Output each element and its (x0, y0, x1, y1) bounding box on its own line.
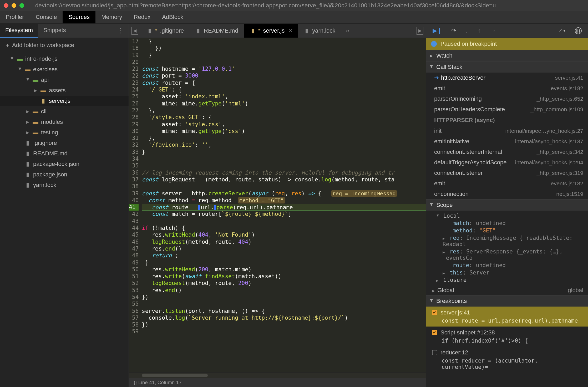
scope-var-this[interactable]: ▶ this: Server (432, 269, 583, 276)
editor-tab-.gitignore[interactable]: ▮*.gitignore (141, 24, 190, 38)
scope-var-req[interactable]: ▶ req: IncomingMessage {_readableState: … (432, 234, 583, 248)
info-icon: i (431, 41, 437, 47)
folder-icon: ▬ (40, 88, 46, 93)
horizontal-scrollbar[interactable] (129, 372, 426, 378)
file-grey-icon: ▮ (25, 151, 31, 156)
nav-next-icon[interactable]: ▶ (417, 27, 423, 35)
debug-toolbar: ▶❙ ↷ ↓ ↑ → ⟋• ❚❚ (426, 24, 588, 38)
stack-frame[interactable]: parserOnHeadersComplete_http_common.js:1… (426, 104, 588, 115)
folder-green-icon: ▬ (17, 56, 23, 62)
status-bar: {} Line 41, Column 17 (129, 378, 426, 387)
checkbox-icon[interactable] (432, 310, 437, 315)
add-folder-button[interactable]: + Add folder to workspace (0, 38, 129, 53)
folder-testing[interactable]: ▶▬testing (0, 127, 129, 138)
folder-icon: ▬ (33, 119, 38, 125)
pause-on-exceptions-icon[interactable]: ❚❚ (575, 27, 582, 34)
file-.gitignore[interactable]: ▮.gitignore (0, 138, 129, 148)
nav-prev-icon[interactable]: ◀ (131, 27, 138, 35)
scope-closure[interactable]: ▶ Closure (432, 276, 583, 284)
file-yellow-icon: ▮ (40, 98, 46, 104)
file-grey-icon: ▮ (147, 28, 153, 34)
subtab-snippets[interactable]: Snippets (38, 24, 71, 38)
step-over-icon[interactable]: ↷ (451, 27, 456, 34)
stack-frame[interactable]: initinternal/inspec…ync_hook.js:27 (426, 126, 588, 136)
file-server.js[interactable]: ▮server.js (0, 96, 129, 106)
resume-icon[interactable]: ▶❙ (433, 27, 442, 34)
folder-intro-node-js[interactable]: ▶▬intro-node-js (0, 54, 129, 64)
stack-frame[interactable]: connectionListenerInternal_http_server.j… (426, 147, 588, 157)
window-chrome: devtools://devtools/bundled/js_app.html?… (0, 0, 588, 11)
checkbox-icon[interactable] (432, 350, 437, 355)
tab-console[interactable]: Console (30, 11, 63, 23)
debugger-pane: ▶❙ ↷ ↓ ↑ → ⟋• ❚❚ i Paused on breakpoint … (426, 24, 588, 387)
folder-icon: ▬ (33, 109, 38, 114)
breakpoint-item[interactable]: reducer:12const reducer = (accumulator, … (426, 347, 588, 373)
close-window-icon[interactable] (4, 3, 8, 8)
breakpoints-section-header[interactable]: ▶Breakpoints (426, 296, 588, 307)
editor-tab-README.md[interactable]: ▮README.md (190, 24, 244, 38)
file-tree: ▶▬intro-node-js▶▬exercises▶▬api▶▬assets▮… (0, 53, 129, 387)
breakpoint-item[interactable]: server.js:41const route = url.parse(req.… (426, 307, 588, 327)
stack-async-group: HTTPPARSER (async) (426, 115, 588, 126)
main-tabs: Profiler Console Sources Memory Redux Ad… (0, 11, 588, 24)
folder-api[interactable]: ▶▬api (0, 75, 129, 85)
file-grey-icon: ▮ (25, 182, 31, 188)
minimize-window-icon[interactable] (12, 3, 16, 8)
tab-memory[interactable]: Memory (95, 11, 128, 23)
folder-assets[interactable]: ▶▬assets (0, 85, 129, 96)
file-grey-icon: ▮ (25, 140, 31, 146)
tab-sources[interactable]: Sources (63, 11, 95, 23)
file-README.md[interactable]: ▮README.md (0, 148, 129, 159)
file-grey-icon: ▮ (195, 28, 201, 34)
file-yellow-icon: ▮ (250, 28, 256, 34)
more-options-icon[interactable]: ⋮ (118, 27, 124, 34)
callstack-section-header[interactable]: ▶Call Stack (426, 62, 588, 73)
scope-section-header[interactable]: ▶Scope (426, 200, 588, 211)
stack-frame[interactable]: emitevents.js:182 (426, 83, 588, 94)
step-out-icon[interactable]: ↑ (478, 27, 481, 34)
folder-icon: ▬ (25, 67, 31, 72)
file-yarn.lock[interactable]: ▮yarn.lock (0, 180, 129, 190)
window-url: devtools://devtools/bundled/js_app.html?… (35, 2, 496, 9)
stack-frame[interactable]: ➔http.createServerserver.js:41 (426, 73, 588, 83)
close-tab-icon[interactable]: × (289, 27, 292, 34)
tab-redux[interactable]: Redux (128, 11, 156, 23)
paused-text: Paused on breakpoint (440, 40, 497, 47)
checkbox-icon[interactable] (432, 330, 437, 335)
scope-var-match[interactable]: match: undefined (432, 220, 583, 227)
stack-frame[interactable]: onconnectionnet.js:1519 (426, 189, 588, 199)
tab-adblock[interactable]: AdBlock (156, 11, 189, 23)
stack-frame[interactable]: connectionListener_http_server.js:319 (426, 168, 588, 178)
editor-tab-yarn.lock[interactable]: ▮yarn.lock (298, 24, 341, 38)
stack-frame[interactable]: defaultTriggerAsyncIdScopeinternal/async… (426, 157, 588, 168)
watch-section-header[interactable]: ▶Watch (426, 50, 588, 61)
maximize-window-icon[interactable] (19, 3, 24, 8)
scope-global[interactable]: ▶ Global global (426, 285, 588, 295)
scope-var-route[interactable]: route: undefined (432, 262, 583, 269)
file-grey-icon: ▮ (304, 28, 310, 34)
folder-modules[interactable]: ▶▬modules (0, 117, 129, 127)
file-package-lock.json[interactable]: ▮package-lock.json (0, 159, 129, 169)
folder-exercises[interactable]: ▶▬exercises (0, 64, 129, 75)
stack-frame[interactable]: emitevents.js:182 (426, 178, 588, 189)
folder-green-icon: ▬ (33, 77, 38, 83)
file-grey-icon: ▮ (25, 161, 31, 167)
step-icon[interactable]: → (490, 27, 496, 34)
paused-banner: i Paused on breakpoint (426, 38, 588, 50)
code-editor[interactable]: 1718192021222324252627282930313233343536… (129, 38, 426, 372)
scope-local[interactable]: ▶ Local (432, 212, 583, 220)
scope-var-method[interactable]: method: "GET" (432, 227, 583, 234)
file-grey-icon: ▮ (25, 172, 31, 177)
breakpoint-item[interactable]: Script snippet #12:38if (href.indexOf('#… (426, 327, 588, 347)
folder-cli[interactable]: ▶▬cli (0, 106, 129, 117)
step-into-icon[interactable]: ↓ (465, 27, 468, 34)
file-package.json[interactable]: ▮package.json (0, 169, 129, 180)
stack-frame[interactable]: parserOnIncoming_http_server.js:652 (426, 94, 588, 104)
subtab-filesystem[interactable]: Filesystem (0, 24, 38, 38)
editor-tab-server.js[interactable]: ▮*server.js× (244, 24, 298, 38)
deactivate-breakpoints-icon[interactable]: ⟋• (557, 27, 565, 34)
more-tabs-button[interactable]: » (341, 27, 354, 34)
tab-profiler[interactable]: Profiler (0, 11, 30, 23)
scope-var-res[interactable]: ▶ res: ServerResponse {_events: {…}, _ev… (432, 248, 583, 262)
stack-frame[interactable]: emitInitNativeinternal/async_hooks.js:13… (426, 136, 588, 147)
